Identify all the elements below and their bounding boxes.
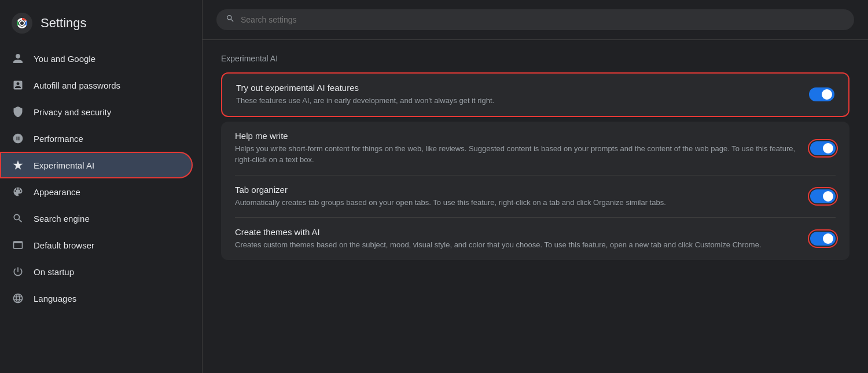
section-title: Experimental AI [221,54,849,63]
card-row-try-experimental-ai: Try out experimental AI features These f… [222,74,848,116]
sidebar-item-label-appearance: Appearance [34,187,80,197]
sidebar-item-label-default-browser: Default browser [34,240,94,250]
toggle-create-themes[interactable] [810,232,836,246]
card-title-create-themes: Create themes with AI [235,227,799,237]
card-content-tab-organizer: Tab organizer Automatically creates tab … [235,185,810,209]
sidebar-item-on-startup[interactable]: On startup [0,258,193,285]
toggle-thumb-try-experimental-ai [822,89,832,100]
content-area: Experimental AI Try out experimental AI … [203,40,868,373]
autofill-icon [12,79,24,92]
globe-icon [12,292,24,305]
sidebar-item-label-languages: Languages [34,294,76,303]
sidebar-item-label-on-startup: On startup [34,267,74,277]
shield-icon [12,105,24,118]
sidebar-item-label-you-and-google: You and Google [34,54,95,64]
card-title-help-me-write: Help me write [235,131,799,141]
card-row-create-themes: Create themes with AI Creates custom the… [221,218,849,260]
sidebar-item-label-search-engine: Search engine [34,214,90,224]
sidebar-item-label-privacy: Privacy and security [34,107,111,117]
card-try-experimental-ai: Try out experimental AI features These f… [221,72,849,117]
search-icon [12,212,24,225]
search-bar-container [203,0,868,40]
card-title-try-experimental-ai: Try out experimental AI features [236,83,797,93]
sidebar-item-default-browser[interactable]: Default browser [0,232,193,258]
card-desc-create-themes: Creates custom themes based on the subje… [235,239,799,251]
search-bar [216,9,854,30]
toggle-track-try-experimental-ai[interactable] [809,87,834,101]
search-input[interactable] [241,15,845,24]
sidebar-item-privacy[interactable]: Privacy and security [0,98,193,125]
sidebar-nav: You and Google Autofill and passwords Pr… [0,45,202,312]
card-content-try-experimental-ai: Try out experimental AI features These f… [236,83,809,107]
toggle-track-help-me-write[interactable] [810,141,836,155]
card-content-help-me-write: Help me write Helps you write short-form… [235,131,810,166]
person-icon [12,52,24,65]
toggle-thumb-create-themes [823,233,833,244]
sidebar-header: Settings [0,6,202,45]
sidebar-item-languages[interactable]: Languages [0,285,193,312]
sidebar-item-label-experimental-ai: Experimental AI [34,160,94,170]
card-content-create-themes: Create themes with AI Creates custom the… [235,227,810,251]
toggle-tab-organizer[interactable] [810,189,836,203]
card-title-tab-organizer: Tab organizer [235,185,799,195]
svg-point-5 [20,21,24,25]
power-icon [12,265,24,278]
card-desc-help-me-write: Helps you write short-form content for t… [235,143,799,166]
palette-icon [12,185,24,198]
card-sub-features: Help me write Helps you write short-form… [221,122,849,260]
browser-icon [12,239,24,251]
sidebar-item-performance[interactable]: Performance [0,125,193,152]
sidebar-item-search-engine[interactable]: Search engine [0,205,193,232]
card-row-help-me-write: Help me write Helps you write short-form… [221,122,849,175]
toggle-track-tab-organizer[interactable] [810,189,836,203]
sidebar-item-you-and-google[interactable]: You and Google [0,45,193,72]
main-content: Experimental AI Try out experimental AI … [203,0,868,373]
card-desc-try-experimental-ai: These features use AI, are in early deve… [236,95,797,107]
search-magnify-icon [226,14,235,25]
toggle-thumb-tab-organizer [823,191,833,202]
sidebar-item-appearance[interactable]: Appearance [0,178,193,205]
sidebar-item-experimental-ai[interactable]: Experimental AI [0,152,193,178]
sparkle-icon [12,159,24,171]
sidebar-item-autofill[interactable]: Autofill and passwords [0,72,193,98]
sidebar: Settings You and Google Autofill and pas… [0,0,203,373]
sidebar-item-label-performance: Performance [34,134,83,144]
sidebar-item-label-autofill: Autofill and passwords [34,81,120,90]
sidebar-title: Settings [41,16,87,31]
toggle-thumb-help-me-write [823,143,833,153]
chrome-logo-icon [12,13,32,34]
toggle-help-me-write[interactable] [810,141,836,155]
card-row-tab-organizer: Tab organizer Automatically creates tab … [221,175,849,218]
performance-icon [12,132,24,145]
toggle-try-experimental-ai[interactable] [809,87,834,101]
toggle-track-create-themes[interactable] [810,232,836,246]
card-desc-tab-organizer: Automatically creates tab groups based o… [235,197,799,209]
